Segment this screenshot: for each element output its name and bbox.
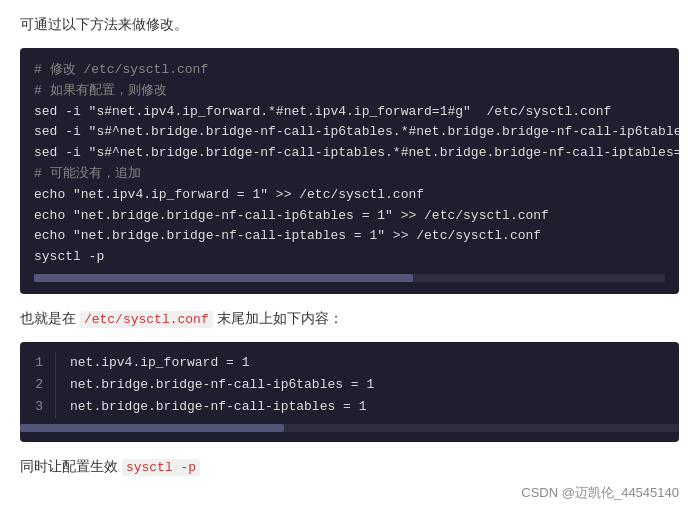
mid-inline-code: /etc/sysctl.conf — [80, 311, 213, 328]
mid-text-prefix: 也就是在 — [20, 310, 80, 326]
watermark-bar: CSDN @迈凯伦_44545140 — [20, 484, 679, 502]
mid-text-suffix: 末尾加上如下内容： — [213, 310, 343, 326]
code-line-9: echo "net.bridge.bridge-nf-call-iptables… — [34, 228, 541, 243]
code-line-3: sed -i "s#net.ipv4.ip_forward.*#net.ipv4… — [34, 104, 611, 119]
code-line-10: sysctl -p — [34, 249, 104, 264]
scrollbar-1[interactable] — [34, 274, 665, 282]
code-line-8: echo "net.bridge.bridge-nf-call-ip6table… — [34, 208, 549, 223]
line-num-2: 2 — [20, 374, 56, 396]
scrollbar-2[interactable] — [20, 424, 679, 432]
line-code-1: net.ipv4.ip_forward = 1 — [70, 352, 249, 374]
bottom-inline-code: sysctl -p — [122, 459, 200, 476]
mid-text: 也就是在 /etc/sysctl.conf 末尾加上如下内容： — [20, 310, 679, 328]
code-line-7: echo "net.ipv4.ip_forward = 1" >> /etc/s… — [34, 187, 424, 202]
scrollbar-thumb-2[interactable] — [20, 424, 284, 432]
code-line-5: sed -i "s#^net.bridge.bridge-nf-call-ipt… — [34, 145, 679, 160]
numbered-line-2: 2 net.bridge.bridge-nf-call-ip6tables = … — [20, 374, 679, 396]
line-num-1: 1 — [20, 352, 56, 374]
numbered-line-1: 1 net.ipv4.ip_forward = 1 — [20, 352, 679, 374]
comment-line-6: # 可能没有，追加 — [34, 166, 141, 181]
intro-text: 可通过以下方法来做修改。 — [20, 16, 679, 34]
line-code-3: net.bridge.bridge-nf-call-iptables = 1 — [70, 396, 366, 418]
scrollbar-thumb-1[interactable] — [34, 274, 413, 282]
code-line-4: sed -i "s#^net.bridge.bridge-nf-call-ip6… — [34, 124, 679, 139]
numbered-line-3: 3 net.bridge.bridge-nf-call-iptables = 1 — [20, 396, 679, 418]
comment-line-1: # 修改 /etc/sysctl.conf — [34, 62, 208, 77]
line-code-2: net.bridge.bridge-nf-call-ip6tables = 1 — [70, 374, 374, 396]
bottom-text: 同时让配置生效 sysctl -p — [20, 458, 679, 476]
bottom-prefix: 同时让配置生效 — [20, 458, 122, 474]
code-block-1: # 修改 /etc/sysctl.conf # 如果有配置，则修改 sed -i… — [20, 48, 679, 294]
code-block-2: 1 net.ipv4.ip_forward = 1 2 net.bridge.b… — [20, 342, 679, 442]
watermark-text: CSDN @迈凯伦_44545140 — [521, 484, 679, 502]
comment-line-2: # 如果有配置，则修改 — [34, 83, 167, 98]
code-content-1: # 修改 /etc/sysctl.conf # 如果有配置，则修改 sed -i… — [34, 60, 665, 268]
line-num-3: 3 — [20, 396, 56, 418]
